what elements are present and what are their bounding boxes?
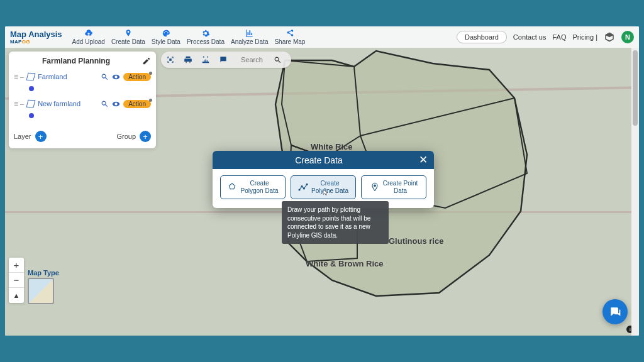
add-group-button[interactable]: +	[140, 131, 151, 142]
map-toolbar	[161, 52, 291, 68]
point-pin-icon	[370, 182, 380, 192]
search-input[interactable]	[241, 56, 270, 63]
create-polygon-option[interactable]: CreatePolygon Data	[220, 175, 286, 199]
add-layer-button[interactable]: +	[35, 131, 47, 142]
create-point-option[interactable]: Create PointData	[361, 175, 426, 199]
pin-icon	[124, 29, 133, 38]
panel-title: Farmland Planning	[14, 57, 138, 65]
vertical-scrollbar[interactable]	[631, 48, 639, 336]
svg-point-1	[301, 186, 303, 187]
drag-handle-icon[interactable]: ≡	[14, 99, 17, 108]
polyline-icon	[298, 182, 308, 192]
cube-icon	[604, 31, 615, 43]
workspace: White Rice Glutinous rice White & Brown …	[5, 48, 639, 336]
symbol-dot-icon	[29, 113, 34, 118]
map-type-label: Map Type	[28, 269, 59, 277]
palette-icon	[162, 29, 170, 38]
dashboard-button[interactable]: Dashboard	[457, 31, 507, 43]
polygon-shape-icon	[26, 73, 36, 80]
visibility-icon[interactable]	[112, 73, 120, 81]
zoom-to-icon[interactable]	[101, 100, 109, 108]
zoom-to-icon[interactable]	[101, 73, 109, 81]
brand-main: Map Analysis	[10, 30, 62, 39]
layer-symbol-row	[14, 84, 151, 96]
gears-icon	[201, 29, 210, 38]
layer-name[interactable]: New farmland	[38, 100, 97, 107]
collapse-icon[interactable]: –	[20, 100, 24, 107]
chat-fab[interactable]	[602, 299, 628, 324]
chat-icon	[609, 305, 621, 318]
nav-share-map[interactable]: Share Map	[274, 29, 305, 45]
nav-create-data[interactable]: Create Data	[111, 29, 145, 45]
nav-add-upload[interactable]: Add Upload	[72, 29, 105, 45]
top-nav: Map Analysis MAPOG Add Upload Create Dat…	[5, 26, 639, 48]
symbol-dot-icon	[29, 86, 34, 91]
measure-button[interactable]	[200, 54, 211, 65]
polyline-tooltip: Draw your path by plotting consecutive p…	[282, 201, 389, 244]
search-icon	[274, 56, 282, 64]
faq-link[interactable]: FAQ	[552, 33, 566, 41]
modal-close-button[interactable]: ✕	[419, 155, 428, 165]
polygon-icon	[227, 182, 237, 192]
create-polyline-option[interactable]: CreatePolyline Data	[291, 175, 356, 199]
user-avatar[interactable]: N	[621, 31, 634, 43]
action-chip[interactable]: Action	[123, 73, 151, 81]
share-icon	[286, 29, 294, 38]
layer-symbol-row	[14, 111, 151, 123]
target-icon	[166, 55, 175, 64]
target-select-button[interactable]	[165, 54, 176, 65]
visibility-icon[interactable]	[112, 100, 120, 108]
reset-north-button[interactable]: ▲	[9, 288, 24, 303]
layer-row: ≡ – New farmland Action	[14, 96, 151, 111]
map-type-thumb[interactable]	[28, 278, 54, 304]
collapse-icon[interactable]: –	[20, 73, 24, 80]
cursor-icon	[322, 189, 330, 197]
layer-name[interactable]: Farmland	[38, 73, 97, 80]
contact-link[interactable]: Contact us	[513, 33, 547, 41]
apps-cube-button[interactable]	[604, 31, 615, 43]
polygon-shape-icon	[26, 100, 36, 107]
svg-point-2	[303, 188, 304, 189]
layers-panel: Farmland Planning ≡ – Farmland Action ≡	[9, 52, 156, 148]
cloud-upload-icon	[84, 29, 93, 38]
drag-handle-icon[interactable]: ≡	[14, 72, 17, 81]
svg-point-0	[299, 189, 300, 190]
svg-point-4	[374, 185, 375, 187]
zoom-in-button[interactable]: +	[9, 258, 24, 273]
group-label: Group	[116, 133, 136, 140]
layer-row: ≡ – Farmland Action	[14, 69, 151, 84]
brand-logo[interactable]: Map Analysis MAPOG	[10, 30, 62, 45]
pricing-link[interactable]: Pricing |	[572, 33, 597, 41]
chart-icon	[245, 29, 254, 38]
pencil-icon[interactable]	[142, 57, 151, 65]
nav-style-data[interactable]: Style Data	[152, 29, 180, 45]
layer-label: Layer	[14, 133, 31, 140]
create-data-modal: Create Data ✕ CreatePolygon Data CreateP…	[213, 151, 434, 208]
map-search[interactable]	[235, 54, 287, 66]
ruler-icon	[201, 55, 210, 64]
action-chip[interactable]: Action	[123, 100, 151, 108]
brand-sub: MAPOG	[10, 39, 30, 45]
zoom-control: + − ▲	[9, 258, 24, 303]
modal-title: Create Data	[219, 155, 419, 165]
map-type-selector: Map Type	[28, 269, 59, 304]
zoom-out-button[interactable]: −	[9, 273, 24, 288]
nav-process-data[interactable]: Process Data	[187, 29, 225, 45]
print-button[interactable]	[182, 54, 194, 65]
printer-icon	[184, 55, 192, 64]
comment-button[interactable]	[218, 54, 229, 65]
nav-analyze-data[interactable]: Analyze Data	[231, 29, 268, 45]
svg-point-3	[306, 184, 308, 185]
comment-icon	[219, 55, 228, 64]
scrollbar-thumb[interactable]	[633, 50, 638, 126]
